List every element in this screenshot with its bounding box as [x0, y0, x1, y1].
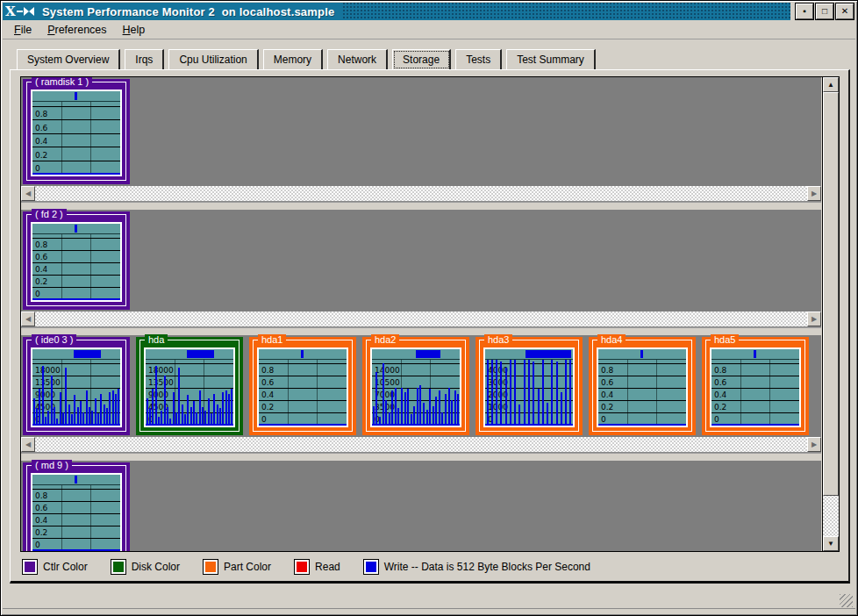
storage-tab-panel: ( ramdisk 1 )00.20.40.60.8◀▶( fd 2 )00.2…	[10, 69, 850, 584]
y-axis-label: 0.2	[35, 152, 47, 160]
y-axis-label: 0.4	[35, 138, 47, 146]
menu-item-help[interactable]: Help	[117, 22, 152, 38]
chart-time-scrollbar-thumb[interactable]	[75, 92, 77, 100]
write-spike	[435, 397, 437, 426]
y-axis-label: 0.8	[35, 111, 47, 118]
chart-ramdisk-1: ( ramdisk 1 )00.20.40.60.8	[23, 79, 130, 184]
y-axis-label: 0.2	[35, 278, 47, 286]
chart-time-scrollbar[interactable]	[32, 475, 120, 485]
chart-title: ( ramdisk 1 )	[32, 77, 92, 88]
gridline	[711, 376, 799, 376]
write-spike	[451, 400, 453, 426]
chart-time-scrollbar[interactable]	[32, 349, 120, 360]
y-axis-label: 0.6	[35, 505, 47, 512]
color-legend: Ctlr ColorDisk ColorPart ColorReadWrite …	[23, 558, 590, 576]
chart-groupbox: ( md 9 )00.20.40.60.8	[26, 465, 126, 551]
scroll-right-button[interactable]: ▶	[807, 186, 821, 201]
gridline	[598, 376, 686, 376]
chart-time-scrollbar-thumb[interactable]	[416, 350, 440, 358]
chart-time-scrollbar[interactable]	[485, 349, 573, 360]
legend-item-disk: Disk Color	[111, 560, 180, 574]
minimize-button[interactable]: ▪	[796, 4, 813, 19]
gridline	[598, 363, 686, 364]
gridline	[146, 400, 233, 401]
maximize-button[interactable]: □	[816, 4, 833, 19]
tab-tests[interactable]: Tests	[455, 49, 502, 70]
scroll-down-button[interactable]: ▼	[823, 536, 839, 551]
write-spike	[39, 389, 40, 426]
chart-time-scrollbar-thumb[interactable]	[187, 350, 214, 358]
tab-bar: System OverviewIrqsCpu UtilizationMemory…	[17, 49, 600, 70]
close-button[interactable]: ✕	[836, 4, 854, 19]
horizontal-scrollbar[interactable]: ◀▶	[21, 312, 821, 327]
scroll-right-button[interactable]: ▶	[807, 312, 821, 326]
chart-time-scrollbar-thumb[interactable]	[75, 476, 77, 483]
scroll-left-button[interactable]: ◀	[21, 312, 35, 326]
write-spike	[217, 405, 218, 426]
write-spike	[115, 394, 117, 426]
chart-time-scrollbar[interactable]	[32, 91, 120, 102]
chart-time-scrollbar[interactable]	[259, 349, 347, 360]
write-baseline	[598, 424, 686, 426]
write-spike	[439, 390, 440, 426]
write-spike	[404, 392, 406, 426]
scroll-right-button[interactable]: ▶	[807, 437, 821, 452]
gridline	[146, 376, 233, 376]
titlebar[interactable]: X System Performance Monitor 2 on localh…	[3, 3, 855, 20]
charts-viewport: ( ramdisk 1 )00.20.40.60.8◀▶( fd 2 )00.2…	[20, 76, 840, 552]
vertical-gridline	[627, 360, 628, 426]
gridline	[598, 412, 686, 413]
chart-time-scrollbar[interactable]	[32, 224, 120, 234]
svg-text:X: X	[5, 5, 16, 18]
chart-time-scrollbar-thumb[interactable]	[754, 350, 756, 358]
y-axis-label: 0.6	[714, 379, 726, 387]
tab-system-overview[interactable]: System Overview	[17, 49, 120, 70]
chart-time-scrollbar-thumb[interactable]	[75, 225, 77, 233]
chart-time-scrollbar[interactable]	[598, 349, 686, 360]
chart-time-scrollbar-thumb[interactable]	[640, 350, 643, 358]
gridline	[32, 106, 120, 107]
tab-memory[interactable]: Memory	[263, 49, 323, 70]
chart-time-scrollbar-thumb[interactable]	[526, 350, 571, 358]
y-axis-label: 18000	[35, 367, 61, 375]
y-axis-label: 0.8	[35, 492, 47, 500]
y-axis-label: 14000	[375, 367, 400, 375]
menu-item-preferences[interactable]: Preferences	[41, 22, 112, 38]
y-axis-label: 0	[601, 416, 606, 424]
menu-item-file[interactable]: File	[8, 22, 38, 38]
gridline	[32, 376, 120, 376]
write-spike	[391, 390, 393, 426]
write-spike	[118, 389, 119, 426]
chart-plot: 00.20.40.60.8	[598, 360, 686, 426]
legend-item-ctlr: Ctlr Color	[23, 560, 88, 574]
horizontal-scrollbar[interactable]: ◀▶	[21, 186, 821, 202]
gridline	[259, 400, 347, 401]
scroll-left-button[interactable]: ◀	[21, 437, 35, 452]
vertical-scrollbar-thumb[interactable]	[823, 92, 839, 496]
tab-network[interactable]: Network	[327, 49, 388, 70]
write-spike	[533, 362, 534, 426]
y-axis-label: 13500	[35, 379, 61, 387]
resize-grip[interactable]	[840, 594, 853, 607]
write-spike	[100, 394, 102, 426]
legend-item-part: Part Color	[204, 560, 271, 574]
chart-title: hda4	[597, 334, 626, 346]
scroll-left-button[interactable]: ◀	[21, 186, 35, 201]
tab-storage[interactable]: Storage	[392, 49, 451, 70]
horizontal-scrollbar[interactable]: ◀▶	[21, 437, 821, 453]
vertical-gridline	[288, 360, 289, 426]
chart-groupbox: hda0450090001350018000	[139, 340, 240, 432]
tab-test-summary[interactable]: Test Summary	[506, 49, 596, 70]
chart-time-scrollbar-thumb[interactable]	[74, 350, 101, 358]
chart-time-scrollbar[interactable]	[146, 349, 233, 360]
legend-label: Disk Color	[132, 561, 180, 573]
scroll-up-button[interactable]: ▲	[823, 77, 839, 92]
vertical-scrollbar[interactable]: ▲ ▼	[822, 77, 839, 551]
tab-irqs[interactable]: Irqs	[125, 49, 164, 70]
chart-time-scrollbar[interactable]	[711, 349, 799, 360]
y-axis-label: 0.6	[261, 379, 274, 387]
chart-time-scrollbar[interactable]	[372, 349, 460, 360]
tab-cpu-utilization[interactable]: Cpu Utilization	[168, 49, 258, 70]
chart-time-scrollbar-thumb[interactable]	[301, 350, 304, 358]
gridline	[146, 388, 233, 389]
